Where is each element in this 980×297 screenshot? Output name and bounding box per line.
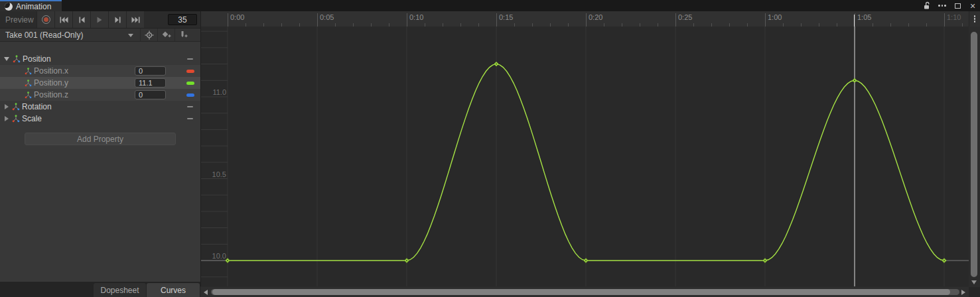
curve-color-pill[interactable] — [186, 82, 194, 85]
ruler-tick-major — [675, 13, 676, 27]
transform-icon — [12, 115, 20, 123]
scrollbar-corner — [969, 287, 980, 297]
property-row-position-x[interactable]: Position.x 0 — [0, 65, 200, 77]
ruler-tick-label: 1:00 — [768, 13, 782, 21]
y-axis-tick-label: 10.0 — [212, 252, 226, 260]
transform-icon — [25, 91, 32, 99]
v-scroll-thumb[interactable] — [971, 32, 977, 277]
curve-editor[interactable]: 11.010.510.0 — [200, 27, 969, 286]
foldout-collapsed-icon[interactable] — [5, 116, 9, 121]
preview-label: Preview — [5, 15, 34, 25]
curve-color-pill[interactable] — [186, 93, 194, 97]
property-label: Position.z — [34, 90, 68, 99]
tab-dopesheet[interactable]: Dopesheet — [94, 283, 146, 297]
record-button[interactable] — [36, 11, 54, 28]
tab-title: Animation — [16, 2, 51, 11]
clip-dropdown[interactable]: Take 001 (Read-Only) — [0, 29, 140, 41]
go-to-start-button[interactable] — [54, 11, 72, 28]
scroll-right-icon[interactable] — [961, 290, 965, 295]
group-value-dash — [187, 118, 193, 119]
property-row-position-z[interactable]: Position.z 0 — [0, 89, 200, 101]
tab-animation[interactable]: Animation — [0, 0, 62, 11]
curve-canvas: 11.010.510.0 — [201, 27, 969, 286]
animation-clip-icon — [5, 3, 13, 11]
chevron-down-icon — [128, 34, 133, 37]
skip-start-icon — [60, 17, 68, 23]
value-field[interactable]: 0 — [135, 66, 166, 76]
curve-color-pill[interactable] — [186, 70, 194, 73]
add-event-button[interactable] — [175, 29, 192, 41]
property-list: Position Position.x 0 Position.y 11.1 — [0, 42, 200, 282]
add-event-icon — [179, 30, 188, 39]
previous-key-button[interactable] — [72, 11, 90, 28]
ruler-tick-major — [496, 13, 497, 27]
y-axis-tick-label: 10.5 — [212, 170, 226, 178]
step-forward-icon — [115, 17, 121, 23]
next-key-button[interactable] — [108, 11, 126, 28]
ruler-tick-label: 0:20 — [589, 13, 602, 21]
foldout-expanded-icon[interactable] — [4, 57, 9, 61]
ruler-tick-label: 1:05 — [857, 13, 871, 21]
ruler-tick-major — [228, 13, 228, 27]
ruler-tick-label: 1:10 — [947, 13, 961, 21]
transform-icon — [25, 68, 32, 75]
record-icon — [42, 15, 50, 24]
add-keyframe-button[interactable] — [157, 29, 175, 41]
scroll-down-icon[interactable] — [971, 280, 977, 284]
scroll-left-icon[interactable] — [204, 290, 208, 295]
property-label: Rotation — [22, 102, 52, 111]
ruler-tick-label: 0:25 — [678, 13, 692, 21]
group-value-dash — [187, 58, 193, 60]
play-button[interactable] — [90, 11, 108, 28]
property-row-scale[interactable]: Scale — [0, 113, 200, 125]
animation-toolbar: Preview — [0, 11, 200, 29]
unlock-icon[interactable] — [922, 1, 932, 11]
keyframe-record-button[interactable] — [140, 29, 157, 41]
ruler-tick-label: 0:15 — [499, 13, 513, 21]
transform-icon — [25, 80, 32, 87]
go-to-end-button[interactable] — [126, 11, 144, 28]
animation-window: Animation × Preview — [0, 0, 980, 297]
ruler-tick-label: 0:05 — [320, 13, 334, 21]
view-mode-bar: Dopesheet Curves — [0, 282, 200, 297]
window-controls: × — [922, 0, 977, 11]
ruler-tick-major — [944, 13, 945, 27]
value-field[interactable]: 11.1 — [135, 78, 166, 88]
horizontal-scrollbar[interactable] — [200, 287, 969, 297]
property-row-rotation[interactable]: Rotation — [0, 101, 200, 113]
property-label: Scale — [22, 114, 42, 123]
preview-toggle[interactable]: Preview — [0, 11, 36, 28]
transform-icon — [12, 103, 20, 111]
current-frame-field[interactable] — [168, 14, 197, 25]
skip-end-icon — [131, 17, 140, 23]
property-row-position[interactable]: Position — [0, 53, 200, 65]
ruler-tick-major — [586, 13, 587, 27]
property-label: Position.x — [34, 66, 68, 76]
step-back-icon — [79, 17, 85, 23]
close-icon[interactable]: × — [968, 1, 977, 11]
window-menu-kebab-icon[interactable] — [938, 1, 947, 11]
clip-selector-row: Take 001 (Read-Only) — [0, 29, 200, 42]
play-icon — [97, 17, 102, 23]
tab-curves[interactable]: Curves — [147, 283, 200, 297]
value-field[interactable]: 0 — [135, 90, 166, 99]
add-property-button[interactable]: Add Property — [25, 133, 176, 145]
h-scroll-track[interactable] — [211, 289, 959, 295]
window-tab-bar: Animation × — [0, 0, 980, 11]
add-keyframe-icon — [161, 30, 171, 39]
ruler-tick-major — [317, 13, 318, 27]
property-row-position-y[interactable]: Position.y 11.1 — [0, 77, 200, 89]
ruler-menu-button[interactable] — [969, 11, 980, 27]
foldout-collapsed-icon[interactable] — [5, 104, 9, 109]
playhead[interactable] — [854, 15, 855, 27]
transform-icon — [13, 55, 21, 63]
vertical-scrollbar[interactable] — [969, 27, 980, 287]
ruler-tick-label: 0:10 — [409, 13, 423, 21]
group-value-dash — [187, 106, 193, 107]
clip-name: Take 001 (Read-Only) — [5, 30, 83, 40]
maximize-icon[interactable] — [953, 1, 962, 11]
property-label: Position.y — [34, 78, 68, 88]
h-scroll-thumb[interactable] — [212, 289, 950, 295]
ruler-tick-major — [855, 13, 855, 27]
ruler-tick-major — [407, 13, 407, 27]
